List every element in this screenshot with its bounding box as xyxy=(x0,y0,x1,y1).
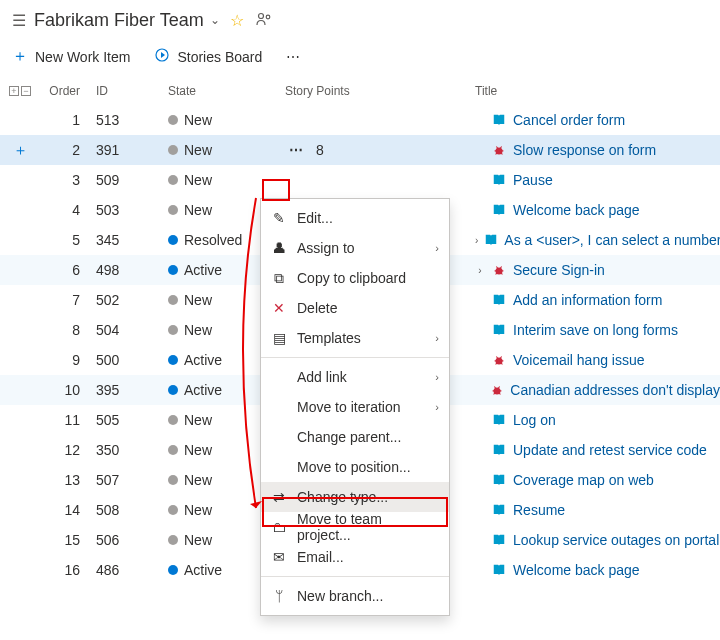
state-dot-icon xyxy=(168,535,178,545)
menu-item-label: Copy to clipboard xyxy=(297,270,439,286)
state-dot-icon xyxy=(168,475,178,485)
row-actions-ellipsis-icon[interactable]: ⋯ xyxy=(285,140,308,160)
context-menu: ✎Edit...👤︎Assign to›⧉Copy to clipboard✕D… xyxy=(260,198,450,616)
col-order[interactable]: Order xyxy=(40,84,96,98)
chevron-down-icon[interactable]: ⌄ xyxy=(210,13,220,27)
chevron-right-icon: › xyxy=(435,332,439,344)
work-item-title-link[interactable]: Welcome back page xyxy=(513,562,640,578)
col-state[interactable]: State xyxy=(168,84,285,98)
bug-icon xyxy=(491,142,507,158)
add-child-icon[interactable]: ＋ xyxy=(13,141,28,160)
work-item-title-link[interactable]: Add an information form xyxy=(513,292,662,308)
team-members-icon[interactable] xyxy=(256,11,272,30)
cell-title: Canadian addresses don't display xyxy=(475,382,720,398)
cell-title: ›As a <user>, I can select a number ... xyxy=(475,232,720,248)
work-item-title-link[interactable]: Interim save on long forms xyxy=(513,322,678,338)
menu-item-label: Add link xyxy=(297,369,425,385)
menu-item-add-link[interactable]: Add link› xyxy=(261,362,449,392)
state-dot-icon xyxy=(168,205,178,215)
menu-item-change-type[interactable]: ⇄Change type... xyxy=(261,482,449,512)
toolbar: ＋ New Work Item Stories Board ⋯ xyxy=(0,40,720,77)
cell-order: 15 xyxy=(40,532,96,548)
cell-title: Coverage map on web xyxy=(475,472,720,488)
work-item-title-link[interactable]: Log on xyxy=(513,412,556,428)
swap-icon: ⇄ xyxy=(271,489,287,505)
menu-item-label: Move to position... xyxy=(297,459,439,475)
state-label: New xyxy=(184,442,212,458)
toolbar-more-icon[interactable]: ⋯ xyxy=(286,49,302,65)
menu-item-delete[interactable]: ✕Delete xyxy=(261,293,449,323)
bug-icon xyxy=(491,352,507,368)
copy-icon: ⧉ xyxy=(271,270,287,287)
work-item-title-link[interactable]: Lookup service outages on portal xyxy=(513,532,719,548)
svg-point-1 xyxy=(266,15,270,19)
menu-item-move-to-position[interactable]: Move to position... xyxy=(261,452,449,482)
col-id[interactable]: ID xyxy=(96,84,168,98)
menu-item-label: Delete xyxy=(297,300,439,316)
cell-title: Welcome back page xyxy=(475,562,720,578)
expand-collapse-all[interactable]: +− xyxy=(0,86,40,96)
state-label: New xyxy=(184,112,212,128)
work-item-title-link[interactable]: Welcome back page xyxy=(513,202,640,218)
state-dot-icon xyxy=(168,175,178,185)
menu-item-move-to-team-project[interactable]: 🗀Move to team project... xyxy=(261,512,449,542)
chevron-right-icon: › xyxy=(435,242,439,254)
bug-icon xyxy=(490,382,504,398)
cell-order: 12 xyxy=(40,442,96,458)
table-row[interactable]: ＋2391New⋯8Slow response on form xyxy=(0,135,720,165)
menu-item-label: Templates xyxy=(297,330,425,346)
work-item-title-link[interactable]: Canadian addresses don't display xyxy=(510,382,720,398)
user-story-icon xyxy=(491,172,507,188)
stories-board-button[interactable]: Stories Board xyxy=(154,47,262,66)
svg-point-0 xyxy=(258,13,263,18)
work-item-title-link[interactable]: Slow response on form xyxy=(513,142,656,158)
col-title[interactable]: Title xyxy=(475,84,720,98)
menu-item-edit[interactable]: ✎Edit... xyxy=(261,203,449,233)
state-label: Active xyxy=(184,382,222,398)
state-dot-icon xyxy=(168,325,178,335)
work-item-title-link[interactable]: Cancel order form xyxy=(513,112,625,128)
work-item-title-link[interactable]: As a <user>, I can select a number ... xyxy=(504,232,720,248)
menu-item-copy-to-clipboard[interactable]: ⧉Copy to clipboard xyxy=(261,263,449,293)
cell-title: Add an information form xyxy=(475,292,720,308)
cell-order: 5 xyxy=(40,232,96,248)
favorite-star-icon[interactable]: ☆ xyxy=(230,11,244,30)
cell-order: 14 xyxy=(40,502,96,518)
menu-item-label: New branch... xyxy=(297,588,439,604)
state-dot-icon xyxy=(168,505,178,515)
menu-item-label: Assign to xyxy=(297,240,425,256)
menu-item-change-parent[interactable]: Change parent... xyxy=(261,422,449,452)
cell-state: New xyxy=(168,172,285,188)
cell-title: Welcome back page xyxy=(475,202,720,218)
menu-item-new-branch[interactable]: ᛘNew branch... xyxy=(261,581,449,611)
state-dot-icon xyxy=(168,445,178,455)
col-story-points[interactable]: Story Points xyxy=(285,84,475,98)
menu-item-move-to-iteration[interactable]: Move to iteration› xyxy=(261,392,449,422)
team-title[interactable]: Fabrikam Fiber Team xyxy=(34,10,204,31)
work-item-title-link[interactable]: Secure Sign-in xyxy=(513,262,605,278)
state-dot-icon xyxy=(168,265,178,275)
new-work-item-label: New Work Item xyxy=(35,49,130,65)
menu-item-templates[interactable]: ▤Templates› xyxy=(261,323,449,353)
work-item-title-link[interactable]: Pause xyxy=(513,172,553,188)
menu-item-email[interactable]: ✉Email... xyxy=(261,542,449,572)
state-label: New xyxy=(184,172,212,188)
expand-caret-icon[interactable]: › xyxy=(475,235,478,246)
state-dot-icon xyxy=(168,235,178,245)
work-item-title-link[interactable]: Update and retest service code xyxy=(513,442,707,458)
user-story-icon xyxy=(484,232,498,248)
work-item-title-link[interactable]: Voicemail hang issue xyxy=(513,352,645,368)
cell-title: Lookup service outages on portal xyxy=(475,532,720,548)
person-icon: 👤︎ xyxy=(271,240,287,256)
user-story-icon xyxy=(491,562,507,578)
work-item-title-link[interactable]: Coverage map on web xyxy=(513,472,654,488)
expand-caret-icon[interactable]: › xyxy=(475,265,485,276)
new-work-item-button[interactable]: ＋ New Work Item xyxy=(12,46,130,67)
cell-state: New xyxy=(168,112,285,128)
table-row[interactable]: 3509NewPause xyxy=(0,165,720,195)
state-label: New xyxy=(184,322,212,338)
work-item-title-link[interactable]: Resume xyxy=(513,502,565,518)
table-row[interactable]: 1513NewCancel order form xyxy=(0,105,720,135)
cell-title: Slow response on form xyxy=(475,142,720,158)
menu-item-assign-to[interactable]: 👤︎Assign to› xyxy=(261,233,449,263)
